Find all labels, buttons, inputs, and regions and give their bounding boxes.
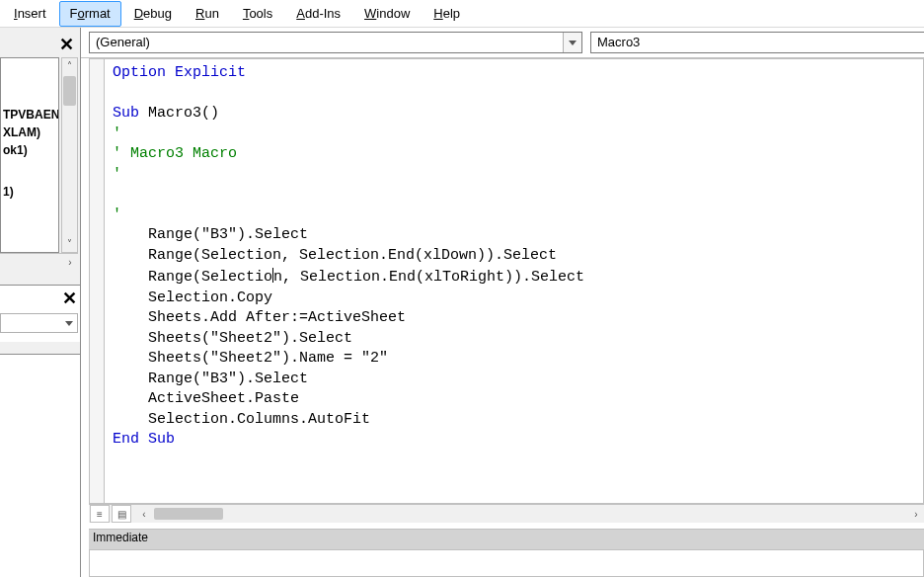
menu-addins[interactable]: Add-Ins (285, 1, 351, 27)
tree-vertical-scrollbar[interactable]: ˄ ˅ (61, 57, 78, 253)
close-icon[interactable]: ✕ (62, 288, 77, 309)
editor-horizontal-scrollbar[interactable]: ‹ › (136, 506, 924, 522)
code-editor[interactable]: Option Explicit Sub Macro3() ' ' Macro3 … (89, 58, 924, 504)
menu-insert[interactable]: Insert (3, 1, 57, 27)
menu-format[interactable]: Format (59, 1, 121, 27)
menu-help[interactable]: Help (423, 1, 471, 27)
view-switch-bar: ≡ ▤ ‹ › (89, 504, 924, 523)
immediate-window: Immediate (89, 529, 924, 577)
tree-horizontal-scrollbar[interactable]: › (0, 253, 78, 271)
scrollbar-thumb[interactable] (63, 76, 76, 106)
menu-run[interactable]: Run (185, 1, 230, 27)
menu-window[interactable]: Window (353, 1, 421, 27)
tree-item[interactable]: XLAM) (1, 124, 58, 141)
scrollbar-thumb[interactable] (154, 508, 223, 520)
menu-debug[interactable]: Debug (123, 1, 183, 27)
chevron-down-icon[interactable] (563, 33, 581, 52)
properties-object-combo[interactable] (0, 313, 78, 333)
project-tree[interactable]: TPVBAEN XLAM) ok1) 1) (0, 57, 59, 253)
immediate-title: Immediate (89, 530, 924, 549)
menubar: Insert Format Debug Run Tools Add-Ins Wi… (0, 0, 924, 28)
chevron-right-icon[interactable]: › (908, 506, 924, 522)
chevron-left-icon[interactable]: ‹ (136, 506, 152, 522)
project-explorer: ✕ TPVBAEN XLAM) ok1) 1) ˄ ˅ › ✕ (0, 28, 81, 577)
immediate-input[interactable] (89, 549, 924, 577)
procedure-combo-value: Macro3 (597, 35, 640, 49)
object-combo-value: (General) (96, 35, 150, 49)
procedure-combo[interactable]: Macro3 (590, 32, 924, 53)
chevron-right-icon[interactable]: › (62, 254, 78, 271)
code-header-row: (General) Macro3 (81, 28, 924, 58)
tree-item[interactable]: ok1) (1, 141, 58, 159)
properties-body (0, 354, 80, 577)
chevron-down-icon[interactable]: ˅ (62, 236, 77, 252)
menu-tools[interactable]: Tools (232, 1, 283, 27)
procedure-view-button[interactable]: ≡ (90, 505, 110, 523)
chevron-up-icon[interactable]: ˄ (62, 58, 77, 74)
tree-item[interactable]: 1) (1, 183, 58, 201)
object-combo[interactable]: (General) (89, 32, 582, 53)
code-gutter (90, 59, 105, 503)
full-module-view-button[interactable]: ▤ (112, 505, 131, 523)
code-surface[interactable]: Option Explicit Sub Macro3() ' ' Macro3 … (105, 59, 923, 503)
close-icon[interactable]: ✕ (55, 34, 77, 55)
properties-pane: ✕ (0, 285, 80, 342)
tree-item[interactable]: TPVBAEN (1, 106, 58, 124)
